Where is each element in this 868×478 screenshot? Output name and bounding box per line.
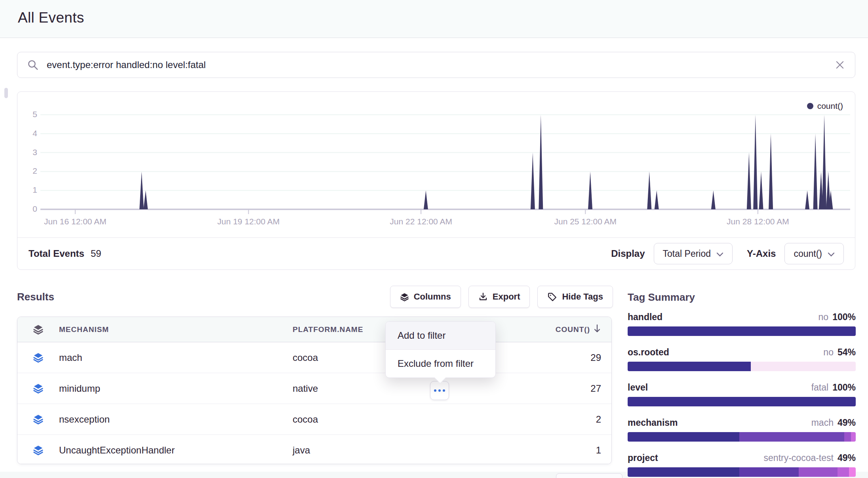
cell-mechanism: mach [59, 352, 293, 363]
stack-icon[interactable] [33, 324, 44, 335]
table-row[interactable]: UncaughtExceptionHandlerjava1 [17, 435, 611, 464]
cell-platform: java [293, 445, 536, 456]
tag-entry-handled: handledno100% [628, 312, 856, 336]
export-icon [478, 292, 488, 302]
tag-top-value: sentry-cocoa-test [764, 453, 834, 463]
tag-bar-segment [628, 432, 739, 442]
tag-icon [547, 292, 557, 302]
columns-icon [400, 292, 409, 302]
search-input[interactable]: event.type:error handled:no level:fatal [47, 59, 206, 70]
table-header-row: MECHANISM PLATFORM.NAME COUNT() [17, 317, 611, 342]
tag-entry-level: levelfatal100% [628, 382, 856, 406]
tag-name: os.rooted [628, 347, 669, 358]
y-axis-select[interactable]: count() [784, 243, 844, 264]
tag-distribution-bar[interactable] [628, 326, 856, 336]
display-label: Display [611, 248, 645, 259]
stack-icon[interactable] [33, 352, 44, 363]
column-header-count[interactable]: COUNT() [536, 324, 611, 335]
events-chart-card: count() 543210 Jun 16 12:00 AMJun 19 12:… [17, 91, 855, 270]
button-label: Columns [414, 292, 451, 302]
tag-percent: 49% [838, 417, 856, 428]
tag-distribution-bar[interactable] [628, 432, 856, 442]
tag-bar-segment [739, 467, 799, 477]
tag-top-value: no [819, 312, 829, 322]
y-axis-label: 5 [20, 110, 37, 119]
cell-actions-menu: Add to filterExclude from filter [385, 321, 496, 378]
tag-top-value: mach [811, 417, 834, 428]
cell-count: 27 [536, 383, 611, 394]
tag-bar-segment [628, 397, 856, 406]
scroll-indicator [4, 88, 8, 98]
tag-summary-panel: Tag Summary handledno100%os.rootedno54%l… [628, 291, 856, 477]
y-axis-label: 4 [20, 129, 37, 138]
pagination-button[interactable] [556, 473, 622, 478]
legend-label: count() [817, 101, 843, 111]
y-axis-select-value: count() [794, 248, 822, 259]
column-header-mechanism[interactable]: MECHANISM [59, 325, 293, 334]
chart-footer-controls: Display Total Period Y-Axis count() [611, 243, 844, 264]
tag-entry-os.rooted: os.rootedno54% [628, 347, 856, 371]
x-axis-label: Jun 28 12:00 AM [727, 217, 789, 226]
all-events-page: All Events event.type:error handled:no l… [0, 0, 868, 478]
cell-count: 2 [536, 414, 611, 425]
x-axis-label: Jun 16 12:00 AM [44, 217, 107, 226]
tag-distribution-bar[interactable] [628, 362, 856, 371]
tag-percent: 54% [838, 347, 856, 358]
search-icon [27, 59, 39, 71]
ellipsis-icon [434, 389, 436, 392]
chevron-down-icon [716, 248, 723, 259]
tag-bar-segment [799, 467, 838, 477]
clear-search-icon[interactable] [834, 59, 845, 70]
tag-percent: 100% [832, 382, 856, 393]
cell-mechanism: UncaughtExceptionHandler [59, 445, 293, 456]
chart-footer: Total Events 59 Display Total Period Y-A… [17, 237, 855, 269]
display-select[interactable]: Total Period [654, 243, 733, 264]
table-row[interactable]: minidumpnative27 [17, 373, 611, 404]
tag-percent: 49% [838, 453, 856, 463]
page-header: All Events [0, 0, 868, 38]
tag-bar-segment [838, 467, 849, 477]
stack-icon[interactable] [33, 414, 44, 425]
tag-percent: 100% [832, 312, 856, 322]
tag-name: mechanism [628, 417, 678, 428]
sort-desc-icon [593, 324, 601, 335]
stack-icon[interactable] [33, 383, 44, 394]
tag-name: level [628, 382, 648, 393]
tag-bar-segment [849, 467, 856, 477]
tag-bar-segment [751, 362, 856, 371]
table-body: machcocoa29 minidumpnative27 nsexception… [17, 342, 611, 464]
y-axis-label: Y-Axis [747, 248, 776, 259]
legend-dot-icon [807, 103, 813, 109]
tag-bar-segment [844, 432, 851, 442]
columns-button[interactable]: Columns [390, 286, 461, 308]
tag-bar-segment [628, 326, 856, 336]
stack-icon[interactable] [33, 445, 44, 455]
button-label: Hide Tags [562, 292, 603, 302]
x-axis-label: Jun 25 12:00 AM [554, 217, 617, 226]
table-row[interactable]: machcocoa29 [17, 342, 611, 373]
search-bar[interactable]: event.type:error handled:no level:fatal [17, 52, 855, 78]
tag-distribution-bar[interactable] [628, 397, 856, 406]
tag-bar-segment [628, 467, 739, 477]
tag-distribution-bar[interactable] [628, 467, 856, 477]
menu-item-add-to-filter[interactable]: Add to filter [386, 322, 495, 350]
tag-entry-project: projectsentry-cocoa-test49% [628, 453, 856, 477]
export-button[interactable]: Export [468, 286, 530, 308]
cell-actions-button[interactable] [430, 381, 449, 400]
cell-mechanism: nsexception [59, 414, 293, 425]
cell-count: 29 [536, 352, 611, 363]
tag-bar-segment [851, 432, 856, 442]
results-table: MECHANISM PLATFORM.NAME COUNT() machcoco… [17, 317, 612, 464]
hide-tags-button[interactable]: Hide Tags [537, 286, 613, 308]
y-axis-label: 3 [20, 148, 37, 157]
chevron-down-icon [828, 248, 835, 259]
chart-legend[interactable]: count() [807, 101, 843, 111]
y-axis-label: 0 [20, 204, 37, 214]
tag-summary-heading: Tag Summary [628, 291, 856, 304]
button-label: Export [493, 292, 520, 302]
x-axis-label: Jun 19 12:00 AM [217, 217, 280, 226]
cell-mechanism: minidump [59, 383, 293, 394]
x-axis-label: Jun 22 12:00 AM [390, 217, 452, 226]
table-row[interactable]: nsexceptioncocoa2 [17, 404, 611, 435]
total-events-value: 59 [91, 248, 101, 259]
